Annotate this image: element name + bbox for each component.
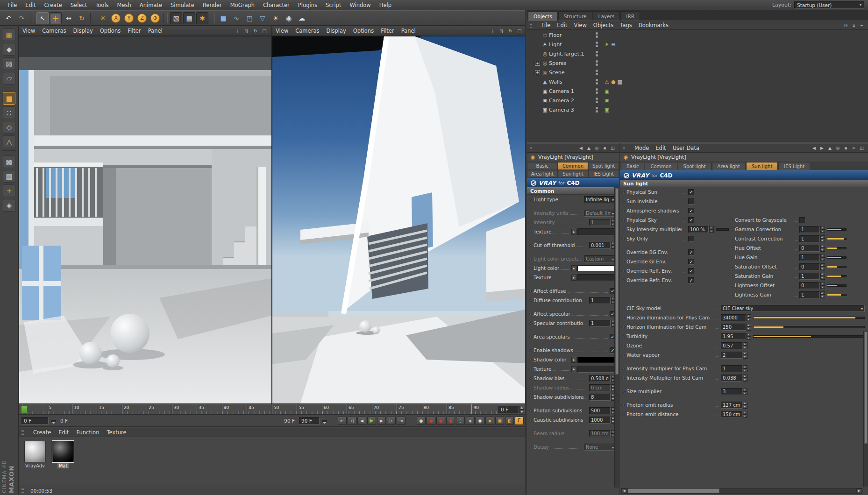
add-generator-button[interactable]: ◳ bbox=[243, 12, 256, 24]
value-field[interactable] bbox=[577, 228, 616, 235]
keyframe-mode-button[interactable]: ▣ bbox=[495, 417, 504, 425]
value-stepper[interactable] bbox=[820, 291, 825, 298]
object-manager-tab[interactable]: Objects bbox=[528, 11, 558, 21]
menu-item[interactable]: Create bbox=[40, 2, 66, 8]
key-dot[interactable] bbox=[529, 396, 532, 398]
attribute-row[interactable]: Shadow subdivisions 8 bbox=[527, 392, 619, 402]
key-dot[interactable] bbox=[731, 294, 733, 296]
menu-item[interactable]: Animate bbox=[135, 2, 166, 8]
checkbox[interactable] bbox=[688, 217, 694, 223]
object-row[interactable]: + ◎ Scene bbox=[532, 68, 868, 77]
value-slider[interactable] bbox=[753, 335, 865, 338]
attribute-row[interactable]: Atmosphere shadows bbox=[620, 206, 868, 215]
value-slider[interactable] bbox=[827, 228, 847, 231]
viewport-menu-item[interactable]: Cameras bbox=[295, 28, 319, 34]
expand-icon[interactable] bbox=[535, 42, 540, 47]
attribute-row[interactable]: Ozone 0.57 bbox=[620, 341, 868, 350]
checkbox[interactable] bbox=[688, 236, 694, 242]
attribute-row[interactable] bbox=[620, 243, 728, 248]
attribute-row[interactable]: Affect specular bbox=[527, 309, 619, 318]
attribute-row[interactable] bbox=[527, 282, 619, 286]
value-field[interactable]: 0 bbox=[799, 282, 820, 289]
checkbox[interactable] bbox=[688, 268, 694, 274]
attribute-row[interactable]: Shadow radius 0 cm bbox=[527, 383, 619, 392]
add-environment-button[interactable]: ☁ bbox=[296, 12, 308, 24]
value-stepper[interactable] bbox=[743, 365, 747, 372]
expand-triangle-icon[interactable] bbox=[571, 265, 576, 271]
menu-item[interactable]: Script bbox=[321, 2, 345, 8]
add-light-button[interactable]: ☀ bbox=[270, 12, 282, 24]
material-menu-item[interactable]: Edit bbox=[58, 429, 69, 436]
value-field[interactable]: 0 bbox=[799, 245, 820, 252]
attribute-row[interactable] bbox=[527, 328, 619, 332]
tag-icon[interactable]: ⊕ bbox=[611, 42, 615, 48]
end-frame-field[interactable]: 90 F bbox=[299, 417, 320, 424]
visibility-dots[interactable] bbox=[594, 107, 599, 113]
menu-item[interactable]: MoGraph bbox=[226, 2, 259, 8]
value-stepper[interactable] bbox=[820, 282, 825, 289]
key-dot[interactable] bbox=[731, 219, 733, 221]
menu-item[interactable]: File bbox=[4, 2, 21, 8]
attribute-row[interactable] bbox=[527, 341, 619, 346]
key-dot[interactable] bbox=[529, 299, 532, 302]
key-dot[interactable] bbox=[622, 317, 625, 319]
checkbox[interactable] bbox=[688, 208, 694, 214]
object-name[interactable]: Walls bbox=[549, 79, 594, 85]
attribute-menu-item[interactable]: User Data bbox=[673, 145, 699, 151]
value-field[interactable]: 0.038 bbox=[721, 375, 742, 382]
attribute-row[interactable]: Override Refr. Env. bbox=[620, 276, 728, 285]
attribute-row[interactable] bbox=[527, 438, 619, 442]
value-field[interactable]: 100 % bbox=[688, 226, 709, 233]
record-pla-button[interactable]: ◈ bbox=[466, 417, 475, 425]
render-view-button[interactable]: ▧ bbox=[170, 12, 182, 24]
edges-mode-icon[interactable]: ◇ bbox=[3, 121, 15, 134]
lock-y-axis-button[interactable]: Y bbox=[124, 14, 134, 23]
key-dot[interactable] bbox=[529, 368, 532, 370]
object-name[interactable]: Speres bbox=[549, 60, 594, 66]
attribute-row[interactable]: Intensity 1 bbox=[527, 218, 619, 227]
attribute-row[interactable]: Saturation Gain 1 bbox=[728, 271, 868, 281]
object-row[interactable]: + ◎ Speres bbox=[532, 58, 868, 68]
key-dot[interactable] bbox=[529, 432, 532, 435]
panel-grip-icon[interactable] bbox=[21, 430, 24, 435]
record-rotation-button[interactable]: ● bbox=[446, 417, 455, 425]
value-stepper[interactable] bbox=[820, 245, 825, 252]
value-field[interactable]: 1 bbox=[799, 273, 820, 280]
attribute-tab[interactable]: Common bbox=[645, 162, 677, 170]
rotate-view-icon[interactable]: ↻ bbox=[507, 27, 514, 35]
scale-tool[interactable]: ↔ bbox=[63, 12, 75, 24]
attribute-row[interactable]: Area speculars bbox=[527, 332, 619, 341]
key-dot[interactable] bbox=[529, 419, 532, 421]
snap-toggle-button[interactable]: ◧ bbox=[505, 417, 514, 425]
attribute-row[interactable]: Affect diffuse bbox=[527, 286, 619, 296]
object-row[interactable]: ▣ Camera 1 ▣ bbox=[532, 86, 868, 96]
attribute-row[interactable]: Physical Sun bbox=[620, 187, 868, 197]
attribute-row[interactable]: Caustic subdivisions 1000 bbox=[527, 415, 619, 424]
value-field[interactable]: 8 bbox=[589, 394, 611, 401]
checkbox[interactable] bbox=[688, 198, 694, 205]
attribute-row[interactable]: Physical Sky bbox=[620, 215, 728, 225]
attribute-row[interactable]: Horizon illumination for Std Cam 250 bbox=[620, 322, 868, 332]
value-field[interactable]: 3 bbox=[721, 388, 742, 395]
value-field[interactable]: Default (im bbox=[584, 210, 616, 217]
value-field[interactable]: 0.508 cm bbox=[589, 375, 611, 382]
attribute-row[interactable]: Shadow bias 0.508 cm bbox=[527, 374, 619, 383]
menu-item[interactable]: Plugins bbox=[294, 2, 321, 8]
rotate-tool[interactable]: ↻ bbox=[76, 12, 88, 24]
object-name[interactable]: Camera 3 bbox=[549, 107, 594, 113]
attribute-row[interactable]: Diffuse contribution 1 bbox=[527, 296, 619, 305]
value-field[interactable]: 1 bbox=[799, 226, 820, 233]
attribute-row[interactable]: Sky intensity multiplier 100 % bbox=[620, 225, 728, 234]
key-dot[interactable] bbox=[529, 313, 532, 315]
visibility-dots[interactable] bbox=[594, 32, 599, 38]
panel-grip-icon[interactable] bbox=[21, 488, 24, 493]
add-primitive-button[interactable]: ■ bbox=[217, 12, 229, 24]
viewport-menu-item[interactable]: Panel bbox=[401, 28, 416, 34]
value-slider[interactable] bbox=[827, 294, 847, 296]
fcurve-button[interactable]: F bbox=[515, 417, 524, 425]
key-dot[interactable] bbox=[622, 377, 625, 379]
value-stepper[interactable] bbox=[743, 375, 747, 382]
attribute-row[interactable]: Photon emit radius 127 cm bbox=[620, 400, 868, 410]
key-dot[interactable] bbox=[622, 210, 625, 212]
palette-separator[interactable] bbox=[2, 87, 16, 90]
